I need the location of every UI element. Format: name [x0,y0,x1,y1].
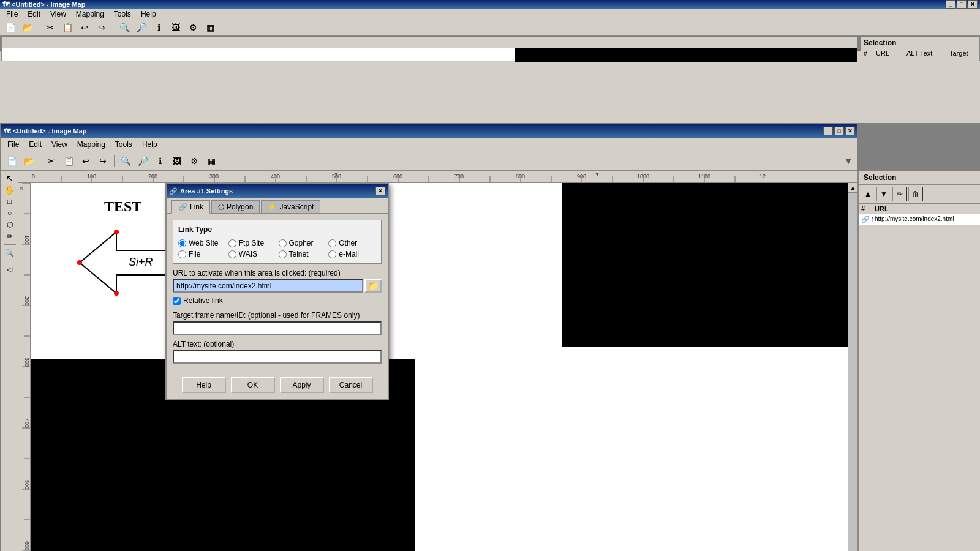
menu-view-2[interactable]: View [48,139,71,150]
radio-ftp-label: Ftp Site [239,239,264,247]
toolbar-dropdown[interactable]: ▼ [844,156,855,166]
menu-help-2[interactable]: Help [138,139,161,150]
radio-gopher[interactable]: Gopher [279,239,326,247]
relative-link-checkbox[interactable] [173,297,181,305]
sel-table-header: # URL [859,204,980,214]
browse-button[interactable]: 📁 [364,279,382,293]
tb-zoom-out[interactable]: 🔎 [134,20,149,35]
tab-link[interactable]: 🔗 Link [172,200,210,214]
menu-edit-2[interactable]: Edit [25,139,45,150]
scroll-up-btn[interactable]: ▲ [848,183,858,193]
w2-maximize[interactable]: □ [834,127,844,135]
tool-freehand[interactable]: ✏ [5,231,15,241]
tb-copy[interactable]: 📋 [59,20,75,35]
maximize-button[interactable]: □ [957,0,967,9]
url-input[interactable] [173,279,363,293]
radio-wais-input[interactable] [228,250,236,258]
tool-pan[interactable]: ✋ [5,185,15,195]
t2-zoom-in[interactable]: 🔍 [118,154,134,168]
w2-minimize[interactable]: _ [823,127,833,135]
t2-undo[interactable]: ↩ [78,154,94,168]
window2-title: <Untitled> - Image Map [13,127,86,135]
radio-ftp-input[interactable] [228,239,236,247]
tab-javascript[interactable]: ⚡ JavaScript [261,200,320,213]
t2-info[interactable]: ℹ [152,154,168,168]
tb-undo[interactable]: ↩ [77,20,92,35]
radio-file-input[interactable] [178,250,186,258]
sel-edit-btn[interactable]: ✏ [892,187,907,201]
radio-other-input[interactable] [328,239,336,247]
sel-up-btn[interactable]: ▲ [861,187,875,201]
ok-button[interactable]: OK [231,377,275,393]
tb-grid[interactable]: ▦ [202,20,218,35]
radio-telnet[interactable]: Telnet [279,250,326,258]
t2-new[interactable]: 📄 [4,154,20,168]
svg-point-64 [114,230,119,234]
t2-copy[interactable]: 📋 [61,154,77,168]
sel-down-btn[interactable]: ▼ [876,187,891,201]
menu-edit-1[interactable]: Edit [24,9,44,20]
t2-open[interactable]: 📂 [21,154,37,168]
t2-img[interactable]: 🖼 [169,154,185,168]
t2-cut[interactable]: ✂ [43,154,59,168]
scrollbar-vertical[interactable]: ▲ ▼ [848,183,858,551]
tool-extra[interactable]: ◁ [5,264,15,274]
table-row[interactable]: 🔗 1 http://mysite.com/index2.html [859,214,980,225]
sel-row-url: http://mysite.com/index2.html [872,214,980,225]
alt-input[interactable] [173,350,382,364]
tool-rect[interactable]: □ [5,197,15,206]
sel-delete-btn[interactable]: 🗑 [908,187,923,201]
help-button[interactable]: Help [182,377,226,393]
close-button[interactable]: ✕ [968,0,978,9]
menu-mapping-2[interactable]: Mapping [74,139,109,150]
dialog-title-bar: 🔗 Area #1 Settings ✕ [167,184,388,198]
menu-file-1[interactable]: File [2,9,21,20]
menu-view-1[interactable]: View [47,9,70,20]
radio-website[interactable]: Web Site [178,239,226,247]
tb-info[interactable]: ℹ [151,20,167,35]
radio-ftp[interactable]: Ftp Site [228,239,276,247]
radio-email[interactable]: e-Mail [328,250,376,258]
radio-email-input[interactable] [328,250,336,258]
tb-cut[interactable]: ✂ [42,20,58,35]
tab-js-label: JavaScript [279,203,314,211]
radio-website-input[interactable] [178,239,186,247]
menu-mapping-1[interactable]: Mapping [72,9,108,20]
radio-gopher-input[interactable] [279,239,287,247]
main-title-bar: 🗺 <Untitled> - Image Map _ □ ✕ [0,0,980,9]
apply-button[interactable]: Apply [280,377,324,393]
dialog-close-button[interactable]: ✕ [375,187,385,195]
window2-icon: 🗺 [4,127,10,135]
t2-redo[interactable]: ↪ [95,154,111,168]
tool-zoom[interactable]: 🔍 [5,248,15,258]
menu-file-2[interactable]: File [4,139,23,150]
t2-settings[interactable]: ⚙ [186,154,202,168]
cancel-button[interactable]: Cancel [329,377,373,393]
menu-tools-2[interactable]: Tools [111,139,136,150]
w2-close[interactable]: ✕ [845,127,855,135]
window2-title-bar: 🗺 <Untitled> - Image Map _ □ ✕ [1,124,858,138]
svg-text:1200: 1200 [760,173,766,179]
menu-tools-1[interactable]: Tools [110,9,135,20]
radio-wais[interactable]: WAIS [228,250,276,258]
tb-zoom-in[interactable]: 🔍 [116,20,132,35]
tool-circle[interactable]: ○ [5,208,15,218]
tb-open[interactable]: 📂 [20,20,36,35]
tb-new[interactable]: 📄 [2,20,18,35]
tb-redo[interactable]: ↪ [94,20,110,35]
minimize-button[interactable]: _ [946,0,956,9]
t2-grid[interactable]: ▦ [203,154,219,168]
radio-other[interactable]: Other [328,239,376,247]
tool-polygon[interactable]: ⬡ [5,220,15,230]
tb-settings[interactable]: ⚙ [185,20,201,35]
tab-polygon[interactable]: ⬠ Polygon [211,200,260,213]
tb-img[interactable]: 🖼 [168,20,184,35]
tool-arrow[interactable]: ↖ [5,173,15,183]
radio-telnet-input[interactable] [279,250,287,258]
dialog-title-text: Area #1 Settings [180,187,233,195]
main-canvas[interactable]: TEST [31,183,848,551]
menu-help-1[interactable]: Help [137,9,160,20]
target-input[interactable] [173,321,382,335]
radio-file[interactable]: File [178,250,226,258]
t2-zoom-out[interactable]: 🔎 [135,154,151,168]
